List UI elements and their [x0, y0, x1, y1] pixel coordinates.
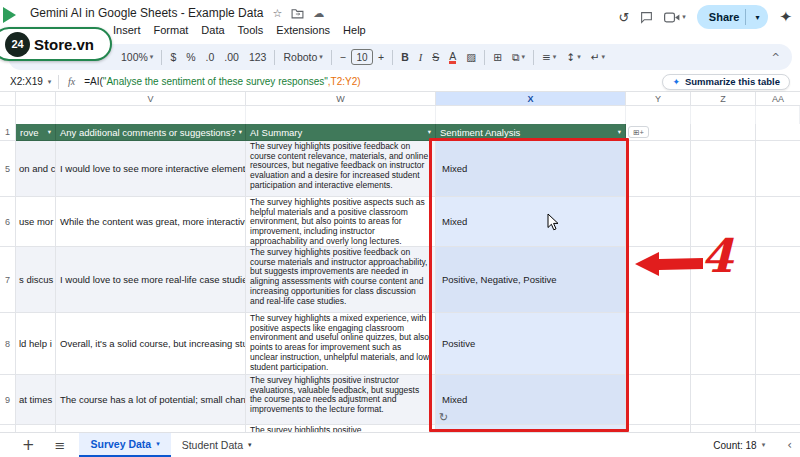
cell-blank[interactable]: [626, 313, 691, 375]
formula-input[interactable]: =AI("Analyse the sentiment of these surv…: [84, 76, 360, 87]
filter-dropdown-icon[interactable]: ▾: [236, 128, 242, 136]
summarize-table-button[interactable]: ✦ Summarize this table: [662, 74, 790, 90]
cell-comment[interactable]: [56, 425, 246, 432]
cell-sentiment[interactable]: Mixed: [436, 197, 626, 247]
bold-button[interactable]: B: [396, 51, 414, 63]
cell-blank[interactable]: [756, 124, 800, 141]
star-icon[interactable]: ☆: [272, 7, 282, 20]
cell-blank[interactable]: [691, 124, 756, 141]
column-header-u-partial[interactable]: [16, 92, 56, 105]
row-header-1[interactable]: 1: [0, 124, 16, 141]
cell-blank[interactable]: [626, 106, 691, 124]
cell-ai-summary[interactable]: The survey highlights positive instructo…: [246, 375, 436, 425]
font-selector[interactable]: Roboto▾: [278, 51, 327, 63]
cell-truncated[interactable]: on and c: [16, 141, 56, 197]
increase-font-size-button[interactable]: +: [373, 51, 389, 63]
menu-data[interactable]: Data: [201, 24, 224, 36]
cell-sentiment[interactable]: Positive, Negative, Positive: [436, 247, 626, 313]
collapse-side-panel-icon[interactable]: ‹: [787, 438, 792, 452]
cell-truncated[interactable]: at times: [16, 375, 56, 425]
menu-extensions[interactable]: Extensions: [276, 24, 330, 36]
column-header-w[interactable]: W: [246, 92, 436, 105]
cloud-status-icon[interactable]: ☁: [313, 7, 324, 20]
row-header[interactable]: [0, 425, 16, 432]
cell-blank[interactable]: [246, 106, 436, 124]
increase-decimal-button[interactable]: .00: [219, 51, 244, 63]
cell-blank[interactable]: [756, 375, 800, 425]
decrease-font-size-button[interactable]: −: [335, 51, 351, 63]
cell-ai-summary[interactable]: The survey highlights positive feedback …: [246, 247, 436, 313]
menu-insert[interactable]: Insert: [113, 24, 141, 36]
text-color-button[interactable]: A: [449, 51, 456, 64]
filter-dropdown-icon[interactable]: ▾: [425, 128, 431, 136]
italic-button[interactable]: I: [414, 52, 428, 63]
format-currency-button[interactable]: $: [165, 51, 181, 63]
cell-blank[interactable]: [691, 375, 756, 425]
cell-ai-summary[interactable]: The survey highlights positive: [246, 425, 436, 432]
table-header-truncated[interactable]: rove▾: [16, 124, 56, 141]
cell-blank[interactable]: [691, 425, 756, 432]
cell-sentiment[interactable]: [436, 425, 626, 432]
strikethrough-button[interactable]: S: [427, 51, 444, 63]
collapse-toolbar-icon[interactable]: ^: [772, 52, 780, 63]
cell-comment[interactable]: While the content was great, more intera…: [56, 197, 246, 247]
cell-truncated[interactable]: use mor: [16, 197, 56, 247]
cell-sentiment[interactable]: Mixed: [436, 375, 626, 425]
cell-blank[interactable]: [626, 375, 691, 425]
cell-blank[interactable]: [756, 313, 800, 375]
document-title[interactable]: Gemini AI in Google Sheets - Example Dat…: [30, 6, 263, 20]
borders-icon[interactable]: ⊞: [488, 51, 507, 63]
cell-blank[interactable]: [436, 106, 626, 124]
format-percent-button[interactable]: %: [181, 51, 200, 63]
filter-dropdown-icon[interactable]: ▾: [615, 128, 621, 136]
meet-presentation-control[interactable]: ▾: [664, 12, 686, 23]
cell-comment[interactable]: The course has a lot of potential; small…: [56, 375, 246, 425]
row-header[interactable]: 9: [0, 375, 16, 425]
cell-blank[interactable]: [16, 106, 56, 124]
cell-ai-summary[interactable]: The survey highlights positive feedback …: [246, 141, 436, 197]
tab-dropdown-icon[interactable]: ▾: [156, 440, 160, 448]
horizontal-align-control[interactable]: ≡▾: [537, 51, 561, 63]
vertical-align-control[interactable]: ↕▾: [561, 51, 585, 63]
cell-blank[interactable]: [691, 141, 756, 197]
column-header-v[interactable]: V: [56, 92, 246, 105]
cell-comment[interactable]: I would love to see more interactive ele…: [56, 141, 246, 197]
cell-ai-summary[interactable]: The survey highlights a mixed experience…: [246, 313, 436, 375]
cell-blank[interactable]: [626, 425, 691, 432]
column-header-x-selected[interactable]: X: [436, 92, 626, 105]
more-formats-button[interactable]: 123: [244, 51, 272, 63]
table-header-ai-summary[interactable]: AI Summary▾: [246, 124, 436, 141]
cell-blank[interactable]: ⊞+: [626, 124, 691, 141]
table-header-comments[interactable]: Any additional comments or suggestions?▾: [56, 124, 246, 141]
cell-comment[interactable]: Overall, it's a solid course, but increa…: [56, 313, 246, 375]
cell-blank[interactable]: [756, 141, 800, 197]
cell-blank[interactable]: [756, 106, 800, 124]
cell-blank[interactable]: [691, 313, 756, 375]
share-dropdown-icon[interactable]: ▾: [752, 13, 762, 22]
cell-blank[interactable]: [756, 425, 800, 432]
row-header[interactable]: 5: [0, 141, 16, 197]
move-folder-icon[interactable]: [291, 8, 304, 19]
tab-dropdown-icon[interactable]: ▾: [248, 441, 252, 449]
cell-ai-summary[interactable]: The survey highlights positive aspects s…: [246, 197, 436, 247]
comment-icon[interactable]: [640, 11, 653, 24]
add-sheet-button[interactable]: +: [22, 436, 35, 454]
column-header-y[interactable]: Y: [626, 92, 691, 105]
all-sheets-menu-icon[interactable]: ≡: [55, 438, 66, 453]
row-header[interactable]: 7: [0, 247, 16, 313]
cell-blank[interactable]: [756, 197, 800, 247]
selection-count-summary[interactable]: Count: 18 ▾: [713, 440, 765, 451]
column-header-aa[interactable]: AA: [756, 92, 800, 105]
share-button[interactable]: Share ▾: [697, 5, 769, 29]
cell-sentiment[interactable]: Positive: [436, 313, 626, 375]
cell-truncated[interactable]: s discus: [16, 247, 56, 313]
add-table-column-button[interactable]: ⊞+: [628, 126, 649, 138]
cell-blank[interactable]: [626, 141, 691, 197]
font-size-input[interactable]: 10: [351, 49, 373, 65]
cell-truncated[interactable]: [16, 425, 56, 432]
cell-comment[interactable]: I would love to see more real-life case …: [56, 247, 246, 313]
menu-tools[interactable]: Tools: [238, 24, 264, 36]
gemini-icon[interactable]: ✦: [779, 8, 792, 26]
fill-color-icon[interactable]: ▨: [461, 51, 481, 63]
tab-student-data[interactable]: Student Data ▾: [171, 433, 263, 457]
